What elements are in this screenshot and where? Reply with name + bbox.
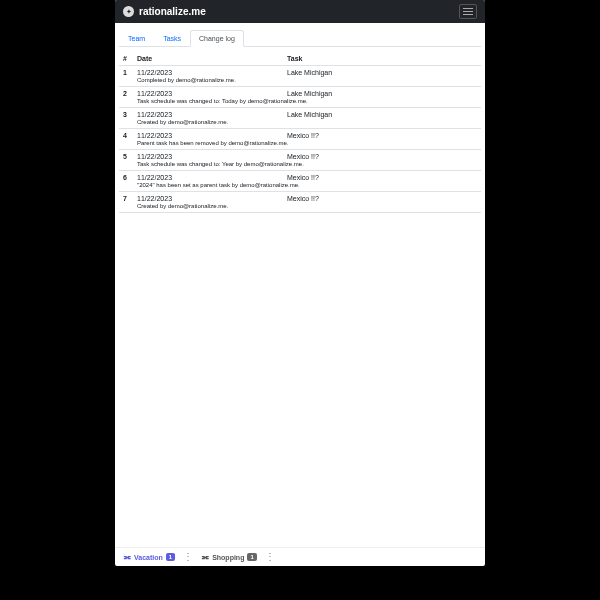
table-row-detail: Created by demo@rationalize.me.: [119, 203, 481, 213]
row-task: Mexico !!?: [283, 192, 481, 204]
footer-chip-vacation[interactable]: ⫘Vacation1: [123, 553, 175, 562]
table-row[interactable]: 711/22/2023Mexico !!?: [119, 192, 481, 204]
share-icon: ⫘: [201, 553, 209, 562]
table-header-row: # Date Task: [119, 52, 481, 66]
changelog-table: # Date Task 111/22/2023Lake MichiganComp…: [119, 52, 481, 213]
col-num: #: [119, 52, 133, 66]
table-row[interactable]: 411/22/2023Mexico !!?: [119, 129, 481, 141]
footer-chip-shopping[interactable]: ⫘Shopping1: [201, 553, 257, 562]
row-date: 11/22/2023: [133, 150, 283, 162]
chip-badge: 1: [166, 553, 175, 561]
table-row[interactable]: 611/22/2023Mexico !!?: [119, 171, 481, 183]
tab-tasks[interactable]: Tasks: [154, 30, 190, 47]
table-row[interactable]: 511/22/2023Mexico !!?: [119, 150, 481, 162]
header: ✦ rationalize.me: [115, 0, 485, 23]
table-row-detail: Task schedule was changed to: Year by de…: [119, 161, 481, 171]
brand-text: rationalize.me: [139, 6, 206, 17]
app-window: ✦ rationalize.me TeamTasksChange log # D…: [115, 0, 485, 566]
row-task: Mexico !!?: [283, 150, 481, 162]
row-date: 11/22/2023: [133, 66, 283, 78]
table-row-detail: "2024" has been set as parent task by de…: [119, 182, 481, 192]
row-num: 5: [119, 150, 133, 162]
row-num: 2: [119, 87, 133, 99]
row-task: Mexico !!?: [283, 129, 481, 141]
chip-label: Vacation: [134, 554, 163, 561]
table-row-detail: Task schedule was changed to: Today by d…: [119, 98, 481, 108]
row-num: 7: [119, 192, 133, 204]
row-num: 3: [119, 108, 133, 120]
tab-team[interactable]: Team: [119, 30, 154, 47]
row-detail: Parent task has been removed by demo@rat…: [119, 140, 481, 150]
chip-badge: 1: [247, 553, 256, 561]
row-date: 11/22/2023: [133, 171, 283, 183]
row-task: Mexico !!?: [283, 171, 481, 183]
row-detail: Created by demo@rationalize.me.: [119, 119, 481, 129]
row-task: Lake Michigan: [283, 108, 481, 120]
table-row[interactable]: 111/22/2023Lake Michigan: [119, 66, 481, 78]
col-task: Task: [283, 52, 481, 66]
footer: ⫘Vacation1⋮⫘Shopping1⋮: [115, 547, 485, 566]
table-row[interactable]: 211/22/2023Lake Michigan: [119, 87, 481, 99]
row-task: Lake Michigan: [283, 66, 481, 78]
row-detail: Task schedule was changed to: Year by de…: [119, 161, 481, 171]
tabs: TeamTasksChange log: [119, 30, 481, 47]
table-row[interactable]: 311/22/2023Lake Michigan: [119, 108, 481, 120]
chip-label: Shopping: [212, 554, 244, 561]
row-detail: "2024" has been set as parent task by de…: [119, 182, 481, 192]
table-row-detail: Parent task has been removed by demo@rat…: [119, 140, 481, 150]
row-detail: Completed by demo@rationalize.me.: [119, 77, 481, 87]
row-detail: Created by demo@rationalize.me.: [119, 203, 481, 213]
menu-icon[interactable]: [459, 4, 477, 19]
table-row-detail: Created by demo@rationalize.me.: [119, 119, 481, 129]
col-date: Date: [133, 52, 283, 66]
row-num: 4: [119, 129, 133, 141]
brand[interactable]: ✦ rationalize.me: [123, 6, 206, 17]
content: TeamTasksChange log # Date Task 111/22/2…: [115, 23, 485, 547]
row-date: 11/22/2023: [133, 192, 283, 204]
more-icon[interactable]: ⋮: [263, 552, 277, 562]
row-date: 11/22/2023: [133, 108, 283, 120]
row-detail: Task schedule was changed to: Today by d…: [119, 98, 481, 108]
row-task: Lake Michigan: [283, 87, 481, 99]
more-icon[interactable]: ⋮: [181, 552, 195, 562]
row-num: 1: [119, 66, 133, 78]
row-num: 6: [119, 171, 133, 183]
brand-icon: ✦: [123, 6, 134, 17]
tab-change-log[interactable]: Change log: [190, 30, 244, 47]
share-icon: ⫘: [123, 553, 131, 562]
row-date: 11/22/2023: [133, 87, 283, 99]
row-date: 11/22/2023: [133, 129, 283, 141]
table-row-detail: Completed by demo@rationalize.me.: [119, 77, 481, 87]
